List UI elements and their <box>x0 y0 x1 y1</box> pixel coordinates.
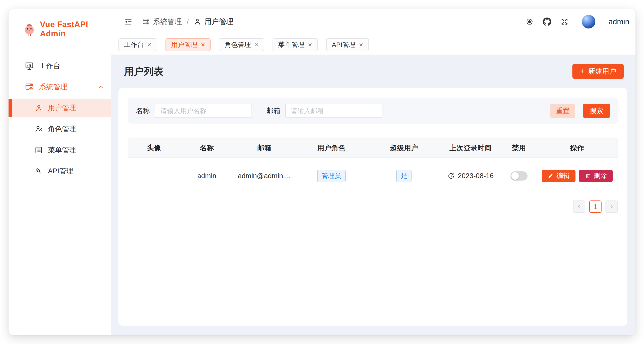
sidebar: Vue FastAPI Admin 工作台 系统管理 <box>8 9 111 335</box>
column-header-disabled: 禁用 <box>501 143 537 153</box>
user-list-card: 名称 邮箱 重置 搜索 头像 名称 邮箱 用户角色 超级用户 <box>118 88 627 325</box>
user-table: 头像 名称 邮箱 用户角色 超级用户 上次登录时间 禁用 操作 admin ad… <box>128 139 618 194</box>
app-window: Vue FastAPI Admin 工作台 系统管理 <box>8 9 636 335</box>
sidebar-item-workbench[interactable]: 工作台 <box>8 57 111 75</box>
role-cell: 管理员 <box>295 170 368 182</box>
menu-list-icon <box>34 146 43 154</box>
user-avatar[interactable] <box>582 15 596 29</box>
column-header-avatar: 头像 <box>128 143 180 153</box>
breadcrumb-label: 系统管理 <box>153 17 182 27</box>
table-row: admin admin@admin.... 管理员 是 <box>128 158 618 194</box>
superuser-cell: 是 <box>368 170 440 182</box>
sidebar-item-label: 菜单管理 <box>48 145 76 155</box>
page-title: 用户列表 <box>124 65 164 78</box>
breadcrumb-user-management[interactable]: 用户管理 <box>194 17 233 27</box>
superuser-tag: 是 <box>396 170 412 182</box>
email-filter-input[interactable] <box>285 104 382 118</box>
main-area: 系统管理 / 用户管理 <box>111 9 636 335</box>
search-button[interactable]: 搜索 <box>583 104 610 118</box>
breadcrumb-separator: / <box>187 18 189 26</box>
clock-icon <box>448 172 455 180</box>
window-gear-icon <box>142 18 150 26</box>
header: 系统管理 / 用户管理 <box>111 9 636 35</box>
column-header-actions: 操作 <box>537 143 618 153</box>
column-header-role: 用户角色 <box>295 143 368 153</box>
column-header-email: 邮箱 <box>234 143 295 153</box>
breadcrumb-label: 用户管理 <box>204 17 233 27</box>
theme-toggle-sun-icon[interactable] <box>525 18 534 26</box>
last-login-date: 2023-08-16 <box>458 172 494 180</box>
chevron-up-icon <box>97 84 104 91</box>
tab-menu-management[interactable]: 菜单管理 × <box>272 38 318 51</box>
user-role-icon <box>34 125 43 133</box>
pencil-icon <box>548 173 554 179</box>
name-filter-input[interactable] <box>155 104 252 118</box>
close-icon[interactable]: × <box>359 41 363 48</box>
filter-bar: 名称 邮箱 重置 搜索 <box>128 98 618 124</box>
tab-api-management[interactable]: API管理 × <box>326 38 369 51</box>
sidebar-item-label: 角色管理 <box>48 124 76 134</box>
email-cell: admin@admin.... <box>234 172 295 180</box>
tab-user-management[interactable]: 用户管理 × <box>166 38 211 51</box>
name-cell: admin <box>180 172 234 180</box>
sidebar-collapse-icon[interactable] <box>124 18 132 26</box>
role-tag: 管理员 <box>317 170 346 182</box>
tab-bar: 工作台 × 用户管理 × 角色管理 × 菜单管理 × API管理 × <box>111 35 636 55</box>
chevron-right-icon <box>609 204 614 209</box>
monitor-icon <box>25 61 34 71</box>
pagination-prev-button[interactable] <box>573 200 585 213</box>
tab-workbench[interactable]: 工作台 × <box>118 38 157 51</box>
close-icon[interactable]: × <box>147 41 152 48</box>
actions-cell: 编辑 删除 <box>537 170 618 182</box>
chevron-left-icon <box>576 204 582 209</box>
pagination-page-1[interactable]: 1 <box>589 200 602 213</box>
new-user-button[interactable]: + 新建用户 <box>572 64 624 79</box>
trash-icon <box>585 173 591 179</box>
email-filter-label: 邮箱 <box>266 106 280 116</box>
sidebar-item-label: 系统管理 <box>39 82 67 92</box>
reset-button[interactable]: 重置 <box>550 104 575 118</box>
last-login-cell: 2023-08-16 <box>440 172 501 180</box>
close-icon[interactable]: × <box>201 41 205 48</box>
close-icon[interactable]: × <box>308 41 312 48</box>
sidebar-item-label: API管理 <box>48 166 73 176</box>
header-actions: admin <box>525 15 629 29</box>
column-header-superuser: 超级用户 <box>368 143 440 153</box>
sidebar-item-user-management[interactable]: 用户管理 <box>8 99 111 117</box>
edit-button[interactable]: 编辑 <box>542 170 576 182</box>
delete-button[interactable]: 删除 <box>579 170 613 182</box>
github-icon[interactable] <box>543 18 551 26</box>
close-icon[interactable]: × <box>254 41 258 48</box>
toggle-knob <box>511 172 519 180</box>
user-icon <box>194 18 202 26</box>
table-header-row: 头像 名称 邮箱 用户角色 超级用户 上次登录时间 禁用 操作 <box>128 139 618 158</box>
pagination-next-button[interactable] <box>606 200 618 213</box>
disabled-cell <box>501 171 537 181</box>
user-icon <box>34 104 43 112</box>
breadcrumb-system-management[interactable]: 系统管理 <box>142 17 182 27</box>
sidebar-item-api-management[interactable]: API管理 <box>8 162 111 180</box>
column-header-name: 名称 <box>180 143 234 153</box>
sidebar-item-role-management[interactable]: 角色管理 <box>8 120 111 138</box>
fullscreen-icon[interactable] <box>560 18 569 26</box>
name-filter-label: 名称 <box>136 106 150 116</box>
disable-toggle[interactable] <box>510 171 528 181</box>
chick-logo-icon <box>22 22 36 36</box>
tab-role-management[interactable]: 角色管理 × <box>219 38 264 51</box>
sidebar-item-label: 工作台 <box>39 61 60 71</box>
plug-icon <box>34 167 43 176</box>
pagination: 1 <box>128 200 618 213</box>
app-title: Vue FastAPI Admin <box>40 20 111 38</box>
sidebar-item-label: 用户管理 <box>48 103 76 113</box>
content-area: 用户列表 + 新建用户 名称 邮箱 重置 搜索 <box>111 55 636 335</box>
username-label[interactable]: admin <box>608 17 629 26</box>
sidebar-menu: 工作台 系统管理 <box>8 57 111 183</box>
plus-icon: + <box>580 66 585 76</box>
logo[interactable]: Vue FastAPI Admin <box>8 9 111 48</box>
sidebar-item-system-management[interactable]: 系统管理 <box>8 78 111 96</box>
sidebar-item-menu-management[interactable]: 菜单管理 <box>8 141 111 159</box>
window-gear-icon <box>25 82 34 92</box>
page-title-row: 用户列表 + 新建用户 <box>111 55 636 88</box>
column-header-last-login: 上次登录时间 <box>440 143 501 153</box>
